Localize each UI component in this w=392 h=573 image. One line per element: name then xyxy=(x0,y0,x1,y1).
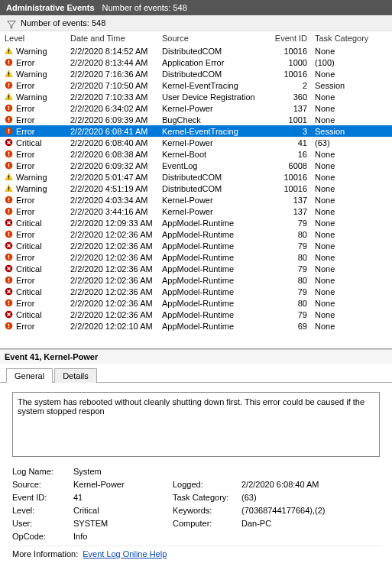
col-date[interactable]: Date and Time xyxy=(69,34,160,43)
table-row[interactable]: Error2/2/2020 6:09:39 AMBugCheck1001None xyxy=(0,114,392,125)
date-cell: 2/2/2020 12:02:36 AM xyxy=(69,276,160,285)
date-cell: 2/2/2020 6:34:02 AM xyxy=(69,104,160,113)
task-cell: None xyxy=(313,150,390,159)
level-text: Error xyxy=(16,253,34,262)
level-text: Error xyxy=(16,81,34,90)
table-row[interactable]: Error2/2/2020 7:10:50 AMKernel-EventTrac… xyxy=(0,79,392,91)
table-row[interactable]: Error2/2/2020 6:08:38 AMKernel-Boot16Non… xyxy=(0,148,392,160)
label-eventid: Event ID: xyxy=(12,491,73,504)
eventid-cell: 137 xyxy=(267,196,313,205)
error-icon xyxy=(5,150,13,158)
eventid-cell: 137 xyxy=(267,104,313,113)
table-row[interactable]: Critical2/2/2020 12:02:36 AMAppModel-Run… xyxy=(0,286,392,297)
col-eventid[interactable]: Event ID xyxy=(267,34,313,43)
table-row[interactable]: Error2/2/2020 4:03:34 AMKernel-Power137N… xyxy=(0,194,392,206)
table-row[interactable]: Error2/2/2020 6:09:32 AMEventLog6008None xyxy=(0,160,392,171)
level-cell: Critical xyxy=(3,264,69,274)
label-level: Level: xyxy=(12,504,73,517)
value-eventid: 41 xyxy=(73,491,173,504)
level-cell: Warning xyxy=(3,184,69,193)
source-cell: Kernel-Power xyxy=(160,138,267,147)
task-cell: (63) xyxy=(313,138,390,147)
table-row[interactable]: Warning2/2/2020 8:14:52 AMDistributedCOM… xyxy=(0,45,392,57)
source-cell: User Device Registration xyxy=(160,92,267,102)
table-row[interactable]: Critical2/2/2020 12:02:36 AMAppModel-Run… xyxy=(0,309,392,320)
level-text: Warning xyxy=(16,70,47,79)
eventid-cell: 80 xyxy=(267,253,313,262)
table-row[interactable]: Error2/2/2020 6:08:41 AMKernel-EventTrac… xyxy=(0,125,392,137)
description-box: The system has rebooted without cleanly … xyxy=(12,392,380,457)
table-row[interactable]: Error2/2/2020 12:02:36 AMAppModel-Runtim… xyxy=(0,228,392,240)
level-cell: Error xyxy=(3,253,69,262)
table-row[interactable]: Error2/2/2020 12:02:36 AMAppModel-Runtim… xyxy=(0,297,392,309)
col-level[interactable]: Level xyxy=(3,34,69,43)
value-level: Critical xyxy=(73,504,173,517)
filter-icon[interactable] xyxy=(6,19,15,28)
eventid-cell: 79 xyxy=(267,241,313,251)
level-cell: Warning xyxy=(3,92,69,102)
table-row[interactable]: Error2/2/2020 12:02:36 AMAppModel-Runtim… xyxy=(0,251,392,263)
level-text: Error xyxy=(16,58,34,67)
error-icon xyxy=(5,322,13,330)
eventid-cell: 80 xyxy=(267,299,313,308)
table-row[interactable]: Critical2/2/2020 12:02:36 AMAppModel-Run… xyxy=(0,263,392,274)
table-row[interactable]: Error2/2/2020 6:34:02 AMKernel-Power137N… xyxy=(0,102,392,114)
source-cell: AppModel-Runtime xyxy=(160,219,267,228)
level-text: Error xyxy=(16,115,34,125)
summary-text: Number of events: 548 xyxy=(21,18,105,28)
level-text: Critical xyxy=(16,287,42,296)
tab-details[interactable]: Details xyxy=(54,368,97,383)
value-computer: Dan-PC xyxy=(241,517,371,530)
date-cell: 2/2/2020 8:13:44 AM xyxy=(69,58,160,67)
col-task[interactable]: Task Category xyxy=(313,34,390,43)
table-row[interactable]: Warning2/2/2020 7:16:36 AMDistributedCOM… xyxy=(0,68,392,79)
value-logged: 2/2/2020 6:08:40 AM xyxy=(241,478,371,491)
date-cell: 2/2/2020 12:02:36 AM xyxy=(69,299,160,308)
eventid-cell: 16 xyxy=(267,150,313,159)
source-cell: Kernel-EventTracing xyxy=(160,81,267,90)
event-rows[interactable]: Warning2/2/2020 8:14:52 AMDistributedCOM… xyxy=(0,45,392,345)
table-row[interactable]: Error2/2/2020 3:44:16 AMKernel-Power137N… xyxy=(0,206,392,217)
eventid-cell: 10016 xyxy=(267,70,313,79)
level-cell: Warning xyxy=(3,173,69,182)
level-cell: Error xyxy=(3,150,69,159)
date-cell: 2/2/2020 4:51:19 AM xyxy=(69,184,160,193)
date-cell: 2/2/2020 12:02:36 AM xyxy=(69,241,160,251)
level-text: Critical xyxy=(16,241,42,251)
source-cell: AppModel-Runtime xyxy=(160,253,267,262)
table-row[interactable]: Error2/2/2020 12:02:36 AMAppModel-Runtim… xyxy=(0,274,392,286)
table-row[interactable]: Critical2/2/2020 12:02:36 AMAppModel-Run… xyxy=(0,240,392,251)
error-icon xyxy=(5,253,13,261)
critical-icon xyxy=(5,310,13,319)
value-opcode: Info xyxy=(73,530,173,543)
eventid-cell: 79 xyxy=(267,310,313,319)
eventid-cell: 80 xyxy=(267,230,313,239)
col-source[interactable]: Source xyxy=(160,34,267,43)
error-icon xyxy=(5,276,13,284)
label-logname: Log Name: xyxy=(12,465,73,478)
column-headers[interactable]: Level Date and Time Source Event ID Task… xyxy=(0,31,392,45)
value-task: (63) xyxy=(241,491,371,504)
table-row[interactable]: Critical2/2/2020 12:09:33 AMAppModel-Run… xyxy=(0,217,392,228)
table-row[interactable]: Error2/2/2020 12:02:10 AMAppModel-Runtim… xyxy=(0,320,392,332)
table-row[interactable]: Critical2/2/2020 6:08:40 AMKernel-Power4… xyxy=(0,137,392,148)
table-row[interactable]: Warning2/2/2020 4:51:19 AMDistributedCOM… xyxy=(0,183,392,194)
date-cell: 2/2/2020 6:08:41 AM xyxy=(69,127,160,136)
critical-icon xyxy=(5,241,13,250)
task-cell: None xyxy=(313,230,390,239)
task-cell: Session xyxy=(313,127,390,136)
table-row[interactable]: Warning2/2/2020 7:10:33 AMUser Device Re… xyxy=(0,91,392,102)
value-keywords: (70368744177664),(2) xyxy=(241,504,371,517)
eventid-cell: 2 xyxy=(267,81,313,90)
tab-general[interactable]: General xyxy=(6,368,53,383)
date-cell: 2/2/2020 7:10:50 AM xyxy=(69,81,160,90)
source-cell: Kernel-Boot xyxy=(160,150,267,159)
table-row[interactable]: Warning2/2/2020 5:01:47 AMDistributedCOM… xyxy=(0,171,392,183)
label-moreinfo: More Information: xyxy=(12,549,78,558)
label-keywords: Keywords: xyxy=(173,504,241,517)
table-row[interactable]: Error2/2/2020 8:13:44 AMApplication Erro… xyxy=(0,57,392,68)
level-cell: Error xyxy=(3,115,69,125)
warning-icon xyxy=(5,70,13,78)
help-link[interactable]: Event Log Online Help xyxy=(83,549,167,558)
detail-title: Event 41, Kernel-Power xyxy=(0,349,392,364)
